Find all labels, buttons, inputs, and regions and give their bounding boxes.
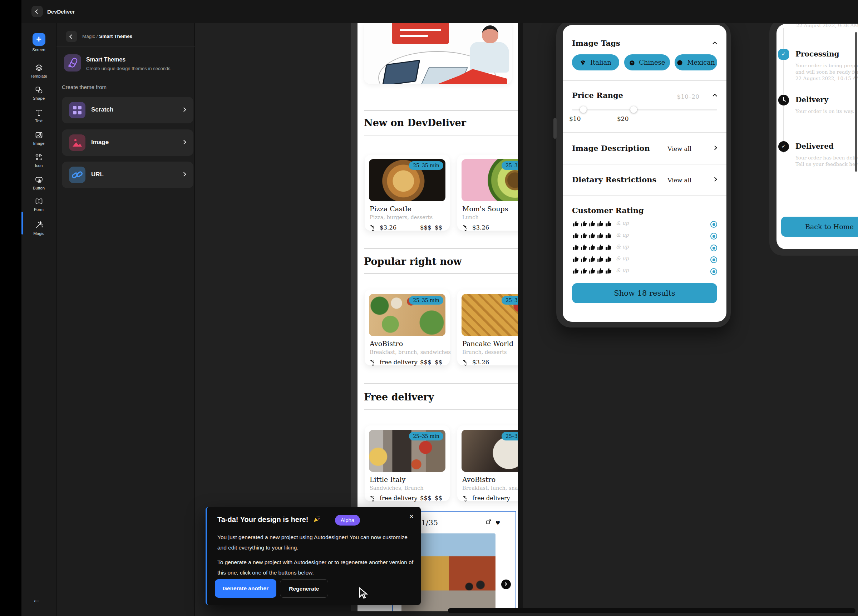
step-title: Processing — [796, 50, 839, 58]
filter-section-title: Image Tags — [572, 39, 620, 48]
option-label: Image — [91, 139, 109, 146]
tag-chinese[interactable]: Chinese — [624, 54, 670, 70]
filter-row-title: Dietary Restrictions — [572, 175, 656, 184]
vertical-scrollbar[interactable] — [855, 32, 857, 172]
rating-radio[interactable] — [710, 233, 717, 240]
link-icon — [69, 166, 85, 183]
slider-handle-min[interactable] — [580, 106, 587, 113]
pizza-slice-icon — [580, 60, 586, 66]
restaurant-name: Pancake World — [462, 340, 513, 347]
undo-arrow-icon[interactable]: ← — [32, 594, 41, 605]
next-image-button[interactable] — [501, 580, 511, 589]
divider — [563, 164, 726, 165]
divider — [364, 135, 518, 135]
create-from-url-option[interactable]: URL — [62, 162, 193, 188]
step-text: Your order is being prepared — [796, 62, 858, 68]
rating-option-row[interactable]: & up — [572, 268, 717, 277]
sidebar-item-image[interactable]: Image — [22, 131, 56, 146]
back-button[interactable] — [31, 6, 43, 17]
rating-radio[interactable] — [710, 221, 717, 228]
filters-sheet[interactable]: Image Tags Italian Chinese Mexican Price… — [563, 25, 726, 322]
horizontal-scrollbar[interactable] — [448, 608, 855, 613]
delivery-time-badge: 25–35 min — [409, 161, 443, 170]
processing-check-icon: ✓ — [778, 49, 789, 60]
restaurant-card[interactable]: 25–35 min Mom's Soups Lunch $3.26 — [457, 155, 518, 230]
generate-another-button[interactable]: Generate another — [215, 579, 276, 598]
view-all-link[interactable]: View all — [668, 146, 692, 152]
order-status-screen[interactable]: 22 August 2022, 9:38 AM. ✓ Processing Yo… — [777, 24, 858, 249]
delivery-clock-icon — [778, 95, 789, 106]
view-all-link[interactable]: View all — [668, 177, 692, 184]
create-from-image-option[interactable]: Image — [62, 129, 193, 156]
sidebar-item-template[interactable]: Template — [22, 64, 56, 78]
rating-radio[interactable] — [710, 244, 717, 251]
restaurant-card[interactable]: 25–35 min Pancake World Brunch, desserts… — [457, 289, 518, 366]
rating-radio[interactable] — [710, 268, 717, 275]
chevron-left-icon — [35, 9, 40, 14]
chevron-up-icon[interactable] — [712, 94, 717, 98]
tag-mexican[interactable]: Mexican — [675, 54, 717, 70]
rating-option-row[interactable]: & up — [572, 232, 717, 242]
regenerate-button[interactable]: Regenerate — [280, 579, 328, 598]
form-field-icon — [35, 197, 43, 205]
chevron-right-icon[interactable] — [712, 146, 717, 150]
restaurant-tags: Lunch — [462, 215, 479, 220]
and-up-label: & up — [616, 220, 629, 226]
active-tool-indicator — [22, 212, 23, 235]
show-results-button[interactable]: Show 18 results — [572, 283, 717, 303]
rating-radio[interactable] — [710, 256, 717, 263]
hero-illustration — [364, 23, 512, 84]
sidebar-item-screen[interactable]: + Screen — [22, 33, 56, 52]
step-text: and will soon be ready for — [796, 69, 858, 75]
layers-icon — [35, 64, 43, 72]
delivery-time-badge: 25–35 min — [502, 296, 518, 305]
sidebar-item-form[interactable]: Form — [22, 197, 56, 212]
rating-option-row[interactable]: & up — [572, 220, 717, 230]
restaurant-card[interactable]: 25–35 min Pizza Castle Pizza, burgers, d… — [365, 155, 450, 230]
chevron-right-icon[interactable] — [712, 177, 717, 182]
restaurant-card[interactable]: 25–35 min Little Italy Sandwiches, Brunc… — [365, 425, 450, 501]
sidebar-item-text[interactable]: Text — [22, 108, 56, 123]
price: $3.26 — [380, 224, 396, 231]
share-icon[interactable] — [486, 519, 491, 525]
rating-option-row[interactable]: & up — [572, 244, 717, 254]
filter-section-title: Customer Rating — [572, 206, 644, 215]
sidebar-item-shape[interactable]: Shape — [22, 86, 56, 101]
restaurant-name: Mom's Soups — [462, 205, 508, 213]
rating-option-row[interactable]: & up — [572, 256, 717, 266]
sidebar-item-button[interactable]: Button — [22, 176, 56, 190]
sidebar-item-magic[interactable]: Magic — [22, 220, 56, 236]
price-slider-track[interactable] — [572, 109, 717, 110]
restaurant-photo-pizza: 25–35 min — [369, 159, 445, 201]
create-from-scratch-option[interactable]: Scratch — [62, 97, 193, 123]
price-level: $$ — [435, 224, 442, 231]
restaurant-name: Pizza Castle — [370, 205, 412, 213]
tag-italian[interactable]: Italian — [572, 54, 619, 70]
divider — [364, 383, 518, 384]
chevron-up-icon[interactable] — [712, 42, 717, 46]
restaurant-tags: Sandwiches, Brunch — [370, 485, 424, 491]
step-title: Delivery — [796, 95, 828, 104]
back-to-home-button[interactable]: Back to Home — [781, 217, 858, 236]
close-icon[interactable]: × — [409, 512, 413, 521]
avocado-icon — [677, 60, 683, 66]
restaurant-name: Little Italy — [370, 476, 406, 483]
phone1-scrollbar[interactable] — [518, 23, 523, 611]
restaurant-photo-avocado: 25–35 min — [462, 159, 518, 201]
price-row: $3.26 — [462, 224, 518, 232]
filter-row-title: Image Description — [572, 144, 650, 152]
restaurant-card[interactable]: 25–35 min AvoBistro Breakfast, brunch, s… — [365, 289, 450, 366]
top-header: DevDeliver — [22, 0, 858, 23]
price-max-label: $20 — [617, 115, 628, 122]
restaurant-name: AvoBistro — [462, 476, 496, 483]
heart-icon[interactable]: ♥ — [496, 520, 500, 526]
slider-handle-max[interactable] — [630, 106, 637, 113]
divider — [563, 80, 726, 81]
add-screen-icon: + — [33, 33, 45, 46]
restaurant-card[interactable]: 25–35 min AvoBistro Breakfast, lunch, sn… — [457, 425, 518, 501]
icons-icon — [35, 153, 43, 162]
delivery-cart-icon — [462, 495, 469, 502]
panel-back-button[interactable] — [66, 31, 77, 42]
divider — [563, 195, 726, 196]
sidebar-item-icon[interactable]: Icon — [22, 153, 56, 168]
